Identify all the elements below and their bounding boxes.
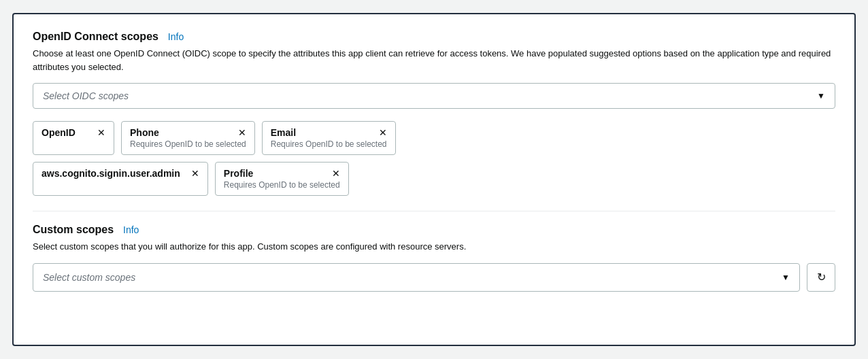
custom-section-header: Custom scopes Info [33,224,835,236]
custom-scopes-placeholder: Select custom scopes [43,272,135,283]
tag-openid-close-icon[interactable]: ✕ [97,128,105,137]
main-card: OpenID Connect scopes Info Choose at lea… [12,13,856,346]
tag-cognito-admin-close-icon[interactable]: ✕ [191,169,199,178]
tag-profile-subtext: Requires OpenID to be selected [224,180,340,190]
openid-title: OpenID Connect scopes [33,31,158,42]
tag-cognito-admin-name: aws.cognito.signin.user.admin [41,168,180,179]
section-divider [33,211,835,211]
tag-email-close-icon[interactable]: ✕ [379,128,387,137]
tag-email-name: Email [271,127,296,138]
custom-section: Custom scopes Info Select custom scopes … [33,224,835,292]
tag-profile: Profile ✕ Requires OpenID to be selected [215,162,349,196]
tag-email-subtext: Requires OpenID to be selected [271,139,387,149]
openid-section: OpenID Connect scopes Info Choose at lea… [33,31,835,196]
oidc-scopes-dropdown[interactable]: Select OIDC scopes ▼ [33,83,835,109]
custom-info-link[interactable]: Info [123,224,139,235]
oidc-tags-row2: aws.cognito.signin.user.admin ✕ Profile … [33,162,835,196]
refresh-icon: ↻ [817,271,826,284]
tag-openid: OpenID ✕ [33,121,114,155]
custom-scopes-dropdown[interactable]: Select custom scopes ▼ [33,263,800,292]
refresh-button[interactable]: ↻ [807,263,835,292]
custom-dropdown-arrow-icon: ▼ [782,273,790,282]
tag-openid-name: OpenID [41,127,76,138]
tag-cognito-admin: aws.cognito.signin.user.admin ✕ [33,162,208,196]
custom-description: Select custom scopes that you will autho… [33,240,835,254]
openid-section-header: OpenID Connect scopes Info [33,31,835,43]
oidc-tags-container: OpenID ✕ Phone ✕ Requires OpenID to be s… [33,121,835,155]
openid-info-link[interactable]: Info [168,31,184,42]
openid-description: Choose at least one OpenID Connect (OIDC… [33,47,835,73]
custom-title: Custom scopes [33,224,114,235]
custom-scopes-row: Select custom scopes ▼ ↻ [33,263,835,292]
tag-profile-close-icon[interactable]: ✕ [332,169,340,178]
tag-phone-subtext: Requires OpenID to be selected [130,139,246,149]
oidc-scopes-placeholder: Select OIDC scopes [43,90,129,101]
tag-phone: Phone ✕ Requires OpenID to be selected [121,121,255,155]
tag-profile-name: Profile [224,168,254,179]
tag-phone-name: Phone [130,127,159,138]
oidc-dropdown-arrow-icon: ▼ [817,91,825,101]
tag-phone-close-icon[interactable]: ✕ [238,128,246,137]
tag-email: Email ✕ Requires OpenID to be selected [262,121,396,155]
